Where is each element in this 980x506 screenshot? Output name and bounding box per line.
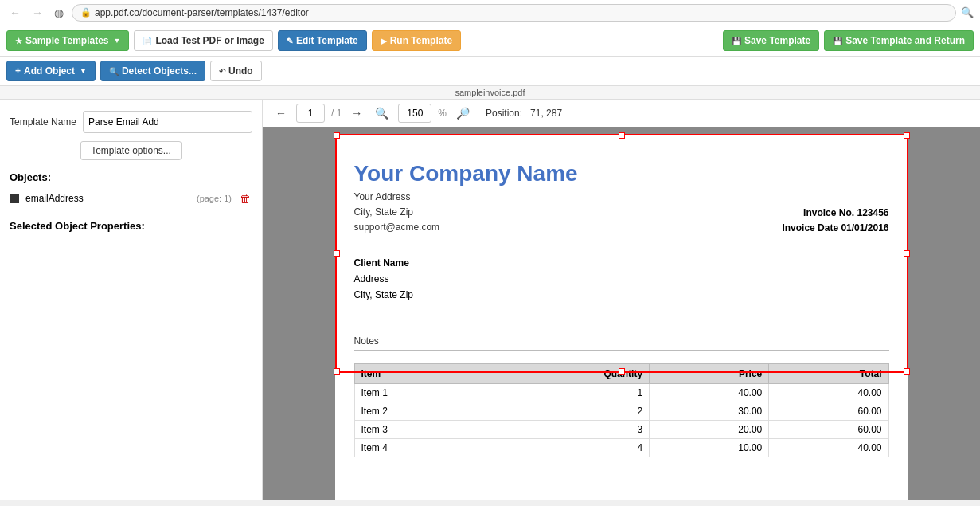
- url-bar[interactable]: 🔒 app.pdf.co/document-parser/templates/1…: [72, 4, 956, 22]
- reload-button[interactable]: ◍: [51, 5, 67, 21]
- table-cell: 4: [482, 438, 650, 457]
- table-header-quantity: Quantity: [482, 363, 650, 383]
- save-return-icon: 💾: [833, 37, 842, 45]
- main-layout: Template Name Template options... Object…: [0, 100, 980, 500]
- next-page-button[interactable]: →: [348, 106, 365, 120]
- handle-middle-left[interactable]: [334, 250, 340, 257]
- handle-top-middle[interactable]: [619, 132, 625, 139]
- table-cell: 3: [482, 420, 650, 438]
- content-area: ← / 1 → 🔍 % 🔎 Position: 71, 287: [263, 100, 980, 500]
- template-name-row: Template Name: [10, 111, 252, 133]
- plus-icon: +: [15, 65, 21, 76]
- save-icon: 💾: [732, 37, 741, 45]
- handle-bottom-left[interactable]: [334, 368, 340, 375]
- table-row: Item 1140.0040.00: [354, 383, 888, 402]
- table-cell: Item 1: [354, 383, 482, 402]
- save-template-button[interactable]: 💾 Save Template: [723, 30, 819, 51]
- table-header-item: Item: [354, 363, 482, 383]
- invoice-no: Invoice No. 123456: [782, 206, 888, 221]
- invoice-meta: Invoice No. 123456 Invoice Date 01/01/20…: [782, 206, 888, 236]
- filename-bar: sampleinvoice.pdf: [0, 86, 980, 100]
- zoom-input[interactable]: [398, 104, 431, 123]
- table-cell: 1: [482, 383, 650, 402]
- table-cell: Item 3: [354, 420, 482, 438]
- table-cell: 40.00: [769, 438, 888, 457]
- star-icon: ★: [15, 37, 22, 45]
- table-row: Item 4410.0040.00: [354, 438, 888, 457]
- template-options-button[interactable]: Template options...: [80, 141, 182, 160]
- table-cell: Item 2: [354, 402, 482, 420]
- edit-template-button[interactable]: ✎ Edit Template: [278, 30, 367, 51]
- template-name-input[interactable]: [83, 111, 252, 133]
- table-cell: 20.00: [650, 420, 769, 438]
- table-row: Item 2230.0060.00: [354, 402, 888, 420]
- table-header-price: Price: [650, 363, 769, 383]
- objects-label: Objects:: [10, 171, 252, 183]
- upload-icon: 📄: [143, 37, 152, 45]
- toolbar-right: 💾 Save Template 💾 Save Template and Retu…: [723, 30, 974, 51]
- browser-chrome: ← → ◍ 🔒 app.pdf.co/document-parser/templ…: [0, 0, 980, 25]
- filename-text: sampleinvoice.pdf: [455, 88, 525, 97]
- detect-objects-button[interactable]: 🔍 Detect Objects...: [100, 61, 205, 81]
- selected-object-properties-label: Selected Object Properties:: [10, 220, 252, 232]
- table-cell: 60.00: [769, 402, 888, 420]
- handle-bottom-right[interactable]: [904, 368, 910, 375]
- company-name: Your Company Name: [354, 161, 889, 186]
- forward-button[interactable]: →: [29, 5, 46, 21]
- table-row: Item 3320.0060.00: [354, 420, 888, 438]
- toolbar-left: ★ Sample Templates ▼ 📄 Load Test PDF or …: [6, 30, 718, 51]
- run-template-button[interactable]: ▶ Run Template: [372, 30, 461, 51]
- page-separator: / 1: [331, 108, 342, 119]
- lock-icon: 🔒: [80, 7, 92, 18]
- zoom-out-button[interactable]: 🔍: [372, 106, 392, 120]
- table-cell: 60.00: [769, 420, 888, 438]
- handle-middle-right[interactable]: [904, 250, 910, 257]
- left-panel: Template Name Template options... Object…: [0, 100, 263, 500]
- dropdown-arrow-icon: ▼: [113, 37, 120, 45]
- notes-section: Notes: [354, 335, 889, 351]
- handle-top-left[interactable]: [334, 132, 340, 139]
- client-name: Client Name: [354, 255, 889, 271]
- undo-icon: ↶: [219, 67, 225, 76]
- pdf-viewer[interactable]: Your Company Name Your Address City, Sta…: [263, 127, 980, 500]
- sample-templates-button[interactable]: ★ Sample Templates ▼: [6, 30, 129, 51]
- pdf-nav: ← / 1 → 🔍 % 🔎 Position: 71, 287: [263, 100, 980, 127]
- secondary-toolbar: + Add Object ▼ 🔍 Detect Objects... ↶ Und…: [0, 57, 980, 86]
- table-cell: Item 4: [354, 438, 482, 457]
- table-cell: 40.00: [650, 383, 769, 402]
- notes-label: Notes: [354, 335, 889, 347]
- zoom-percent: %: [438, 108, 447, 119]
- search-icon: 🔍: [961, 6, 974, 18]
- table-header-total: Total: [769, 363, 888, 383]
- add-object-button[interactable]: + Add Object ▼: [6, 61, 96, 81]
- object-page: (page: 1): [197, 194, 232, 203]
- add-dropdown-arrow-icon: ▼: [80, 67, 87, 75]
- page-input[interactable]: [296, 104, 325, 123]
- client-address: Address: [354, 271, 889, 287]
- address-line1: Your Address: [354, 190, 889, 205]
- table-cell: 40.00: [769, 383, 888, 402]
- zoom-in-button[interactable]: 🔎: [453, 106, 473, 120]
- back-button[interactable]: ←: [6, 5, 24, 21]
- prev-page-button[interactable]: ←: [272, 106, 290, 120]
- object-name: emailAddress: [25, 193, 190, 204]
- table-cell: 10.00: [650, 438, 769, 457]
- invoice-date: Invoice Date 01/01/2016: [782, 221, 888, 236]
- client-city: City, State Zip: [354, 287, 889, 303]
- pdf-page: Your Company Name Your Address City, Sta…: [335, 134, 908, 500]
- play-icon: ▶: [381, 37, 387, 45]
- load-test-pdf-button[interactable]: 📄 Load Test PDF or Image: [134, 30, 272, 51]
- object-item: emailAddress (page: 1) 🗑: [10, 190, 252, 207]
- undo-button[interactable]: ↶ Undo: [210, 61, 262, 81]
- table-cell: 2: [482, 402, 650, 420]
- main-toolbar: ★ Sample Templates ▼ 📄 Load Test PDF or …: [0, 25, 980, 57]
- notes-line: [354, 350, 889, 351]
- save-template-return-button[interactable]: 💾 Save Template and Return: [824, 30, 974, 51]
- template-name-label: Template Name: [10, 116, 76, 127]
- delete-object-button[interactable]: 🗑: [238, 192, 252, 205]
- client-block: Client Name Address City, State Zip: [354, 255, 889, 304]
- edit-icon: ✎: [287, 37, 293, 45]
- table-cell: 30.00: [650, 402, 769, 420]
- handle-top-right[interactable]: [904, 132, 910, 139]
- position-text: Position: 71, 287: [486, 108, 562, 119]
